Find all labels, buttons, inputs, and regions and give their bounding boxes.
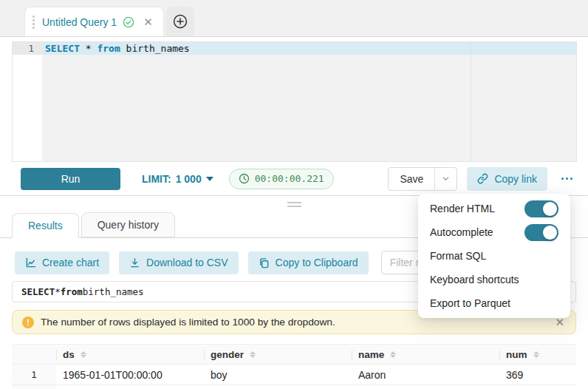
results-table: ds gender name num 1 1965-01-01T00:00:00… [12, 344, 576, 389]
run-button[interactable]: Run [21, 168, 120, 190]
cell-num: 369 [499, 365, 576, 385]
copy-link-label: Copy link [494, 173, 537, 185]
tab-results[interactable]: Results [12, 213, 79, 238]
line-number: 1 [13, 42, 42, 55]
link-icon [477, 173, 488, 184]
table-row-partial [12, 385, 576, 389]
menu-item-format-sql[interactable]: Format SQL [418, 244, 570, 268]
download-csv-button[interactable]: Download to CSV [119, 251, 239, 274]
cell-ds: 1965-01-01T00:00:00 [56, 365, 204, 385]
query-tab-bar: Untitled Query 1 ✕ [0, 0, 588, 37]
sql-text: * [80, 43, 97, 54]
menu-item-keyboard-shortcuts[interactable]: Keyboard shortcuts [418, 268, 570, 291]
editor-code-area[interactable]: SELECT * from birth_names [42, 42, 576, 161]
clock-icon [239, 173, 250, 184]
menu-item-export-parquet[interactable]: Export to Parquet [418, 291, 570, 315]
download-icon [129, 257, 140, 268]
download-csv-label: Download to CSV [146, 257, 228, 268]
plus-circle-icon [172, 13, 188, 30]
create-chart-label: Create chart [42, 257, 99, 268]
code-line: SELECT * from birth_names [42, 42, 576, 55]
table-header-row: ds gender name num [12, 344, 576, 365]
sql-keyword: SELECT [21, 286, 55, 297]
print-margin-line [471, 42, 471, 161]
sql-editor[interactable]: 1 SELECT * from birth_names [12, 41, 577, 162]
copy-icon [259, 257, 270, 268]
save-button[interactable]: Save [389, 168, 434, 190]
menu-item-render-html[interactable]: Render HTML [418, 197, 570, 220]
sql-keyword: from [97, 43, 120, 54]
warning-icon: ! [22, 317, 34, 328]
column-header-gender[interactable]: gender [204, 345, 352, 364]
limit-value: 1 000 [176, 173, 202, 185]
sort-icon[interactable] [81, 351, 86, 358]
options-menu: Render HTML Autocomplete Format SQL Keyb… [418, 194, 570, 318]
ellipsis-icon [561, 177, 564, 180]
close-icon[interactable]: ✕ [143, 16, 153, 29]
chart-icon [25, 257, 36, 268]
save-options-button[interactable] [434, 168, 457, 190]
cell-name: Aaron [352, 365, 499, 385]
copy-clipboard-button[interactable]: Copy to Clipboard [248, 251, 369, 274]
column-header-ds[interactable]: ds [56, 345, 204, 364]
create-chart-button[interactable]: Create chart [15, 251, 109, 274]
drag-grip-icon[interactable] [33, 16, 36, 29]
add-tab-button[interactable] [166, 7, 194, 36]
column-header-num[interactable]: num [499, 345, 576, 364]
table-row[interactable]: 1 1965-01-01T00:00:00 boy Aaron 369 [12, 365, 576, 385]
limit-dropdown[interactable]: LIMIT: 1 000 [142, 173, 213, 185]
sort-icon[interactable] [390, 351, 396, 358]
menu-item-autocomplete[interactable]: Autocomplete [418, 220, 570, 244]
tab-untitled-query[interactable]: Untitled Query 1 ✕ [24, 7, 164, 36]
limit-label: LIMIT: [142, 173, 171, 185]
render-html-toggle[interactable] [524, 200, 558, 217]
copy-link-button[interactable]: Copy link [467, 167, 547, 191]
caret-down-icon [206, 177, 213, 181]
alert-message: The number of rows displayed is limited … [41, 317, 547, 328]
column-header-name[interactable]: name [352, 345, 499, 364]
sql-text: birth_names [120, 43, 190, 54]
tab-label: Untitled Query 1 [42, 16, 117, 28]
copy-clipboard-label: Copy to Clipboard [276, 257, 358, 268]
row-index: 1 [12, 365, 56, 385]
tab-query-history[interactable]: Query history [81, 212, 175, 237]
row-index-header [12, 345, 56, 364]
sql-keyword: SELECT [45, 43, 80, 54]
more-options-button[interactable] [557, 169, 576, 189]
sort-icon[interactable] [533, 351, 539, 358]
autocomplete-toggle[interactable] [524, 224, 558, 241]
sort-icon[interactable] [250, 351, 256, 358]
editor-gutter: 1 [13, 42, 42, 161]
save-split-button: Save [388, 167, 457, 191]
check-circle-icon [123, 16, 134, 28]
sql-keyword: from [61, 286, 83, 297]
sql-text: birth_names [83, 286, 144, 297]
timer-value: 00:00:00.221 [255, 173, 324, 184]
chevron-down-icon [442, 175, 450, 183]
sql-text: * [55, 286, 61, 297]
cell-gender: boy [204, 365, 352, 385]
sql-toolbar: Run LIMIT: 1 000 00:00:00.221 Save Copy … [0, 162, 588, 196]
query-timer: 00:00:00.221 [229, 169, 334, 189]
